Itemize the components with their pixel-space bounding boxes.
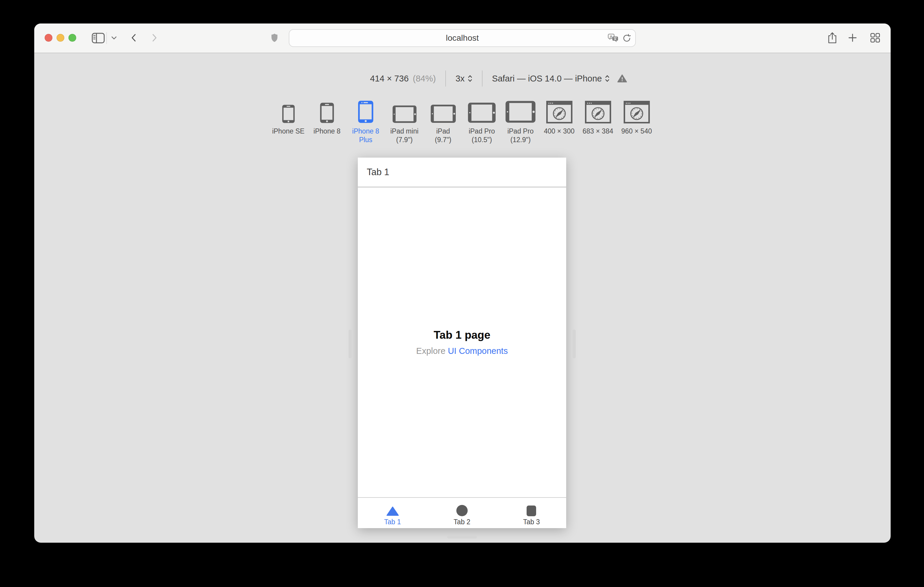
- minimize-window-button[interactable]: [56, 34, 64, 42]
- device-iphone-8-plus[interactable]: iPhone 8 Plus: [346, 99, 385, 144]
- sidebar-toggle-button[interactable]: [92, 33, 105, 43]
- reload-button[interactable]: [622, 30, 631, 46]
- viewport-dimensions: 414 × 736: [370, 74, 409, 84]
- ui-components-link[interactable]: UI Components: [448, 346, 508, 356]
- device-label: 400 × 300: [544, 127, 574, 136]
- viewport-resize-handle-right[interactable]: [573, 329, 576, 358]
- sidebar-menu-button[interactable]: [111, 36, 117, 40]
- sidebar-icon: [92, 33, 105, 43]
- simulated-viewport: Tab 1 Tab 1 page ExploreUI Components Ta…: [358, 158, 566, 528]
- app-page-content: Tab 1 page ExploreUI Components: [358, 187, 566, 497]
- warning-triangle-icon: [617, 74, 627, 83]
- device-label: 683 × 384: [582, 127, 613, 136]
- address-bar[interactable]: localhost A: [289, 29, 636, 47]
- pixel-ratio-value: 3x: [455, 74, 465, 84]
- share-icon: [828, 32, 837, 44]
- explore-text: Explore: [416, 346, 446, 356]
- device-label: iPhone 8 Plus: [352, 127, 379, 144]
- device-window-683x384[interactable]: 683 × 384: [579, 99, 617, 144]
- triangle-icon: [386, 504, 399, 516]
- tablet-icon: [392, 99, 417, 123]
- tablet-icon: [505, 99, 536, 123]
- phone-icon: [281, 99, 296, 123]
- viewport-resize-handle-bottom[interactable]: [447, 535, 477, 539]
- pixel-ratio-selector[interactable]: 3x: [455, 74, 472, 84]
- chevron-down-icon: [111, 36, 117, 40]
- browser-window-icon: [585, 99, 611, 123]
- reload-icon: [622, 34, 631, 43]
- browser-toolbar: localhost A: [34, 23, 891, 53]
- app-nav-bar: Tab 1: [358, 158, 566, 187]
- browser-window-icon: [624, 99, 650, 123]
- forward-button[interactable]: [152, 34, 157, 42]
- grid-icon: [870, 33, 880, 43]
- up-down-chevrons-icon: [468, 75, 472, 82]
- device-window-400x300[interactable]: 400 × 300: [540, 99, 579, 144]
- device-selector-row: iPhone SE iPhone 8 iPhone 8 Plus iPad mi…: [269, 99, 656, 144]
- circle-icon: [456, 504, 468, 516]
- tab-2[interactable]: Tab 2: [427, 498, 497, 528]
- warning-button[interactable]: [617, 74, 627, 83]
- close-window-button[interactable]: [45, 34, 53, 42]
- tab-label: Tab 2: [454, 518, 470, 526]
- browser-window-icon: [546, 99, 573, 123]
- phone-icon: [356, 99, 375, 123]
- plus-icon: [848, 33, 857, 42]
- device-label: iPhone 8: [314, 127, 340, 136]
- device-label: iPad Pro (12.9"): [507, 127, 533, 144]
- privacy-shield-icon: [271, 33, 278, 42]
- device-iphone-se[interactable]: iPhone SE: [269, 99, 308, 144]
- viewport-resize-handle-left[interactable]: [348, 329, 352, 358]
- zoom-window-button[interactable]: [68, 34, 76, 42]
- page-title: Tab 1 page: [434, 329, 490, 341]
- device-label: iPad (9.7"): [435, 127, 451, 144]
- share-button[interactable]: [828, 32, 837, 44]
- user-agent-value: Safari — iOS 14.0 — iPhone: [492, 74, 602, 84]
- tab-overview-button[interactable]: [870, 33, 880, 43]
- back-arrow-icon: [131, 34, 136, 42]
- device-ipad-9-7[interactable]: iPad (9.7"): [424, 99, 463, 144]
- up-down-chevrons-icon: [605, 75, 610, 82]
- device-label: iPhone SE: [272, 127, 305, 136]
- device-ipad-pro-10-5[interactable]: iPad Pro (10.5"): [463, 99, 501, 144]
- back-button[interactable]: [131, 34, 136, 42]
- tab-1[interactable]: Tab 1: [358, 498, 427, 528]
- user-agent-selector[interactable]: Safari — iOS 14.0 — iPhone: [492, 74, 610, 84]
- app-tab-bar: Tab 1 Tab 2 Tab 3: [358, 497, 566, 528]
- phone-icon: [319, 99, 335, 123]
- device-window-960x540[interactable]: 960 × 540: [617, 99, 656, 144]
- url-text: localhost: [446, 33, 479, 43]
- square-icon: [526, 504, 536, 516]
- tab-label: Tab 1: [384, 518, 401, 526]
- separator: [482, 71, 483, 87]
- tablet-icon: [430, 99, 456, 123]
- tab-label: Tab 3: [523, 518, 540, 526]
- tab-3[interactable]: Tab 3: [497, 498, 566, 528]
- svg-text:A: A: [610, 34, 613, 38]
- page-subtitle: ExploreUI Components: [416, 346, 508, 356]
- responsive-size-bar: 414 × 736 (84%) 3x Safari — iOS 14.0 — i…: [370, 70, 627, 87]
- toolbar-divider: [106, 32, 107, 44]
- zoom-percent: (84%): [413, 74, 436, 84]
- forward-arrow-icon: [152, 34, 157, 42]
- traffic-lights: [45, 34, 76, 42]
- device-label: 960 × 540: [621, 127, 652, 136]
- device-iphone-8[interactable]: iPhone 8: [308, 99, 346, 144]
- device-ipad-pro-12-9[interactable]: iPad Pro (12.9"): [501, 99, 540, 144]
- translate-icon: A: [608, 34, 619, 43]
- translate-button[interactable]: A: [608, 30, 619, 46]
- device-ipad-mini[interactable]: iPad mini (7.9"): [385, 99, 424, 144]
- nav-title: Tab 1: [367, 167, 389, 178]
- device-label: iPad Pro (10.5"): [469, 127, 495, 144]
- device-label: iPad mini (7.9"): [390, 127, 419, 144]
- safari-window: localhost A: [34, 23, 891, 543]
- tablet-icon: [467, 99, 496, 123]
- new-tab-button[interactable]: [848, 33, 857, 42]
- separator: [446, 71, 446, 87]
